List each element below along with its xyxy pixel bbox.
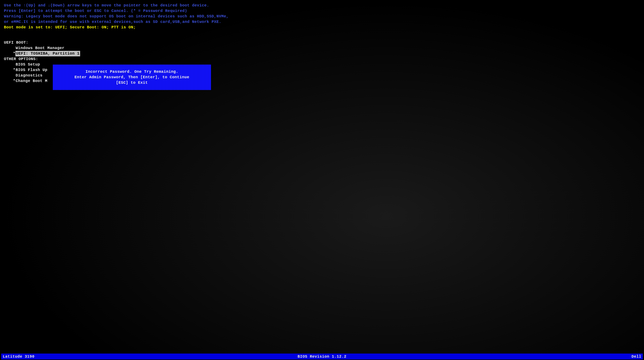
boot-option-label: UEFI: TOSHIBA, Partition 1 <box>16 51 80 56</box>
dialog-line-3: [ESC] to Exit <box>57 80 207 86</box>
option-label: BIOS Flash Up <box>16 68 48 73</box>
instructions-line-2: Press [Enter] to attempt the boot or ESC… <box>4 8 640 14</box>
boot-mode-status: Boot mode is set to: UEFI; Secure Boot: … <box>4 25 640 30</box>
other-options-heading: OTHER OPTIONS: <box>4 56 640 62</box>
password-marker: * <box>13 67 16 73</box>
bios-footer-bar: Latitude 3190 BIOS Revision 1.12.2 Dell <box>1 353 643 359</box>
boot-option-label: Windows Boot Manager <box>16 46 64 51</box>
boot-option-windows-boot-manager[interactable]: Windows Boot Manager <box>4 45 640 51</box>
option-label: BIOS Setup <box>16 62 40 67</box>
option-label: Diagnostics <box>16 73 42 78</box>
option-label: Change Boot M <box>16 78 48 84</box>
dialog-line-2: Enter Admin Password, Then [Enter], to C… <box>57 75 207 80</box>
uefi-boot-heading: UEFI BOOT: <box>4 40 640 45</box>
bios-revision: BIOS Revision 1.12.2 <box>1 354 643 359</box>
instructions-line-1: Use the ↑(Up) and ↓(Down) arrow keys to … <box>4 3 640 8</box>
password-marker: * <box>13 78 16 84</box>
instructions-line-3: Warning: Legacy boot mode does not suppo… <box>4 14 640 19</box>
instructions-line-4: or eMMC.It is intended for use with exte… <box>4 19 640 25</box>
boot-option-uefi-toshiba[interactable]: *UEFI: TOSHIBA, Partition 1 <box>4 51 640 56</box>
bios-boot-menu: Use the ↑(Up) and ↓(Down) arrow keys to … <box>0 0 644 360</box>
dialog-line-1: Incorrect Password. One Try Remaining. <box>57 69 207 75</box>
brand-label: Dell <box>632 354 641 359</box>
password-error-dialog[interactable]: Incorrect Password. One Try Remaining. E… <box>53 65 211 90</box>
password-marker: * <box>13 51 16 56</box>
